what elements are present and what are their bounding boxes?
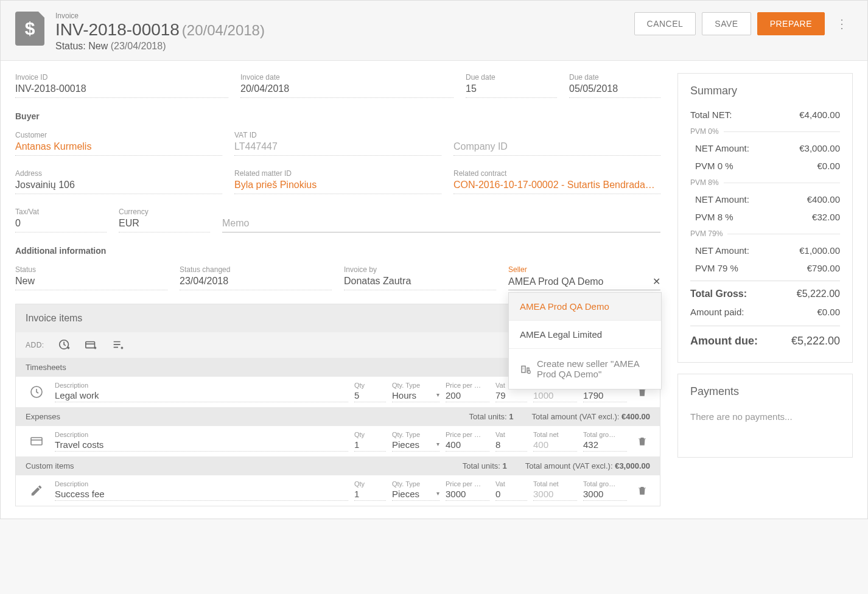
company-id-label: [453, 131, 660, 139]
taxvat-field[interactable]: 0: [15, 218, 107, 232]
pvm79-sep: PVM 79%: [690, 229, 840, 238]
seller-combobox[interactable]: AMEA Prod QA Demo ✕: [508, 276, 660, 290]
building-add-icon: [520, 363, 531, 374]
seller-label: Seller: [508, 265, 660, 274]
due-days-field[interactable]: 15: [466, 83, 557, 98]
r1-qtytype[interactable]: Hours: [392, 390, 439, 402]
contract-label: Related contract: [453, 169, 660, 178]
more-menu-icon[interactable]: ⋮: [831, 12, 853, 36]
status-changed-field: 23/04/2018: [180, 276, 332, 290]
group-expenses-label: Expenses: [26, 412, 60, 421]
matter-field[interactable]: Byla prieš Pinokius: [234, 180, 441, 194]
item-row-expense: DescriptionTravel costs Qty1 Qty. TypePi…: [16, 426, 660, 456]
r3-desc[interactable]: Success fee: [55, 489, 348, 501]
company-id-field[interactable]: Company ID: [453, 141, 660, 156]
r1-price[interactable]: 200: [446, 390, 489, 402]
prepare-button[interactable]: PREPARE: [757, 12, 825, 35]
memo-label: [222, 208, 660, 216]
r2-vat[interactable]: 8: [495, 439, 527, 452]
add-timesheet-icon[interactable]: [58, 338, 71, 352]
invoice-id-label: Invoice ID: [15, 73, 228, 82]
status-changed-label: Status changed: [180, 265, 332, 274]
r1-desc[interactable]: Legal work: [55, 390, 348, 402]
invoice-date-label: Invoice date: [240, 73, 453, 82]
address-field[interactable]: Josvainių 106: [15, 180, 222, 194]
svg-rect-2: [86, 342, 95, 348]
status-value: New: [88, 41, 108, 51]
r2-price[interactable]: 400: [446, 439, 489, 452]
payments-card: Payments There are no payments...: [677, 374, 853, 458]
status-date: (23/04/2018): [111, 41, 166, 51]
r3-gross: 3000: [583, 489, 627, 501]
svg-rect-4: [31, 438, 42, 445]
customer-field[interactable]: Antanas Kurmelis: [15, 141, 222, 156]
payments-empty: There are no payments...: [690, 407, 840, 446]
page-header: $ Invoice INV-2018-00018 (20/04/2018) St…: [1, 1, 867, 61]
currency-select[interactable]: EUR: [119, 218, 210, 232]
matter-label: Related matter ID: [234, 169, 441, 178]
addinfo-section-title: Additional information: [15, 246, 660, 256]
summary-due: €5,222.00: [791, 335, 840, 348]
r2-desc[interactable]: Travel costs: [55, 439, 348, 452]
seller-value: AMEA Prod QA Demo: [508, 276, 604, 287]
r3-price[interactable]: 3000: [446, 489, 489, 501]
r2-qtytype[interactable]: Pieces: [392, 439, 439, 452]
clear-seller-icon[interactable]: ✕: [653, 276, 660, 287]
r2-qty[interactable]: 1: [354, 439, 386, 452]
contract-field[interactable]: CON-2016-10-17-00002 - Sutartis Bendrada…: [453, 180, 660, 194]
summary-total-net: €4,400.00: [799, 110, 840, 120]
page-title-date: (20/04/2018): [182, 22, 265, 38]
card-icon: [24, 434, 49, 449]
clock-icon: [24, 385, 49, 399]
r1-vat[interactable]: 79: [495, 390, 527, 402]
due-date-field[interactable]: 05/05/2018: [569, 83, 660, 98]
seller-option-2[interactable]: AMEA Legal Limited: [509, 321, 661, 349]
group-expenses-header: Expenses Total units: 1 Total amount (VA…: [16, 407, 660, 426]
invoice-date-field[interactable]: 20/04/2018: [240, 83, 453, 98]
save-button[interactable]: SAVE: [702, 12, 751, 35]
customer-label: Customer: [15, 131, 222, 139]
status2-label: Status: [15, 265, 167, 274]
r1-gross: 1790: [583, 390, 627, 402]
pvm8-sep: PVM 8%: [690, 178, 840, 187]
r2-net: 400: [533, 439, 577, 452]
currency-label: Currency: [119, 208, 210, 216]
doc-type-label: Invoice: [55, 12, 265, 20]
page-title: INV-2018-00018: [55, 20, 180, 39]
create-seller-label: Create new seller "AMEA Prod QA Demo": [537, 358, 650, 379]
vat-id-label: VAT ID: [234, 131, 441, 139]
pvm0-sep: PVM 0%: [690, 127, 840, 136]
memo-field[interactable]: Memo: [222, 218, 660, 232]
summary-gross: €5,222.00: [797, 288, 840, 299]
item-row-custom: DescriptionSuccess fee Qty1 Qty. TypePie…: [16, 475, 660, 506]
invoice-id-field[interactable]: INV-2018-00018: [15, 83, 228, 98]
taxvat-label: Tax/Vat: [15, 208, 107, 216]
summary-title: Summary: [690, 85, 840, 97]
delete-row-icon[interactable]: [633, 436, 651, 447]
r3-vat[interactable]: 0: [495, 489, 527, 501]
invoice-doc-icon: $: [15, 12, 44, 46]
r2-gross: 432: [583, 439, 627, 452]
cancel-button[interactable]: CANCEL: [634, 12, 696, 35]
r1-qty[interactable]: 5: [354, 390, 386, 402]
r3-qtytype[interactable]: Pieces: [392, 489, 439, 501]
create-seller-option[interactable]: Create new seller "AMEA Prod QA Demo": [509, 349, 661, 389]
r3-net: 3000: [533, 489, 577, 501]
pencil-icon: [24, 484, 49, 497]
r3-qty[interactable]: 1: [354, 489, 386, 501]
add-expense-icon[interactable]: [85, 338, 98, 352]
status-label: Status:: [55, 41, 86, 51]
add-label: ADD:: [26, 341, 44, 349]
vat-id-field[interactable]: LT447447: [234, 141, 441, 156]
due-date-label: Due date: [569, 73, 660, 82]
group-custom-label: Custom items: [26, 461, 74, 470]
seller-option-1[interactable]: AMEA Prod QA Demo: [509, 293, 661, 321]
delete-row-icon[interactable]: [633, 485, 651, 496]
group-custom-header: Custom items Total units: 1 Total amount…: [16, 456, 660, 475]
buyer-section-title: Buyer: [15, 111, 660, 121]
invoice-by-field[interactable]: Donatas Zautra: [344, 276, 496, 290]
group-timesheets-label: Timesheets: [26, 363, 66, 372]
status2-field: New: [15, 276, 167, 290]
summary-card: Summary Total NET:€4,400.00 PVM 0% NET A…: [677, 73, 853, 363]
add-custom-icon[interactable]: [111, 338, 125, 352]
